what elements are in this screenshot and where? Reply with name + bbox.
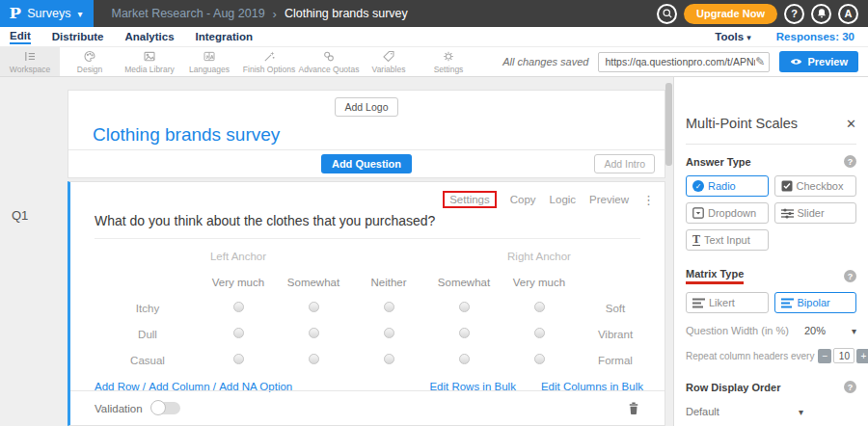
column-header[interactable]: Somewhat <box>438 277 490 288</box>
vertical-scrollbar[interactable] <box>665 83 672 166</box>
delete-question-trash-icon[interactable] <box>627 401 640 415</box>
matrix-type-options: Likert Bipolar <box>686 292 856 313</box>
advance-quotas-links-icon <box>321 49 337 64</box>
answer-type-text-input[interactable]: T Text Input <box>686 229 769 251</box>
toolbar-item-settings[interactable]: Settings <box>419 47 478 76</box>
answer-type-checkbox[interactable]: Checkbox <box>774 175 857 197</box>
answer-type-slider[interactable]: Slider <box>774 202 857 224</box>
toolbar-item-variables[interactable]: Variables <box>359 47 419 76</box>
column-header[interactable]: Very much <box>212 277 264 288</box>
repeat-headers-label: Repeat column headers every <box>686 351 814 361</box>
column-header[interactable]: Neither <box>370 277 406 288</box>
nav-right: Tools ▾ Responses: 30 <box>715 31 858 42</box>
responses-count[interactable]: Responses: 30 <box>776 31 854 42</box>
radio-option[interactable] <box>309 328 319 338</box>
matrix-grid: Left Anchor Right Anchor Very much Somew… <box>95 244 654 373</box>
divider <box>686 144 856 145</box>
share-url-field[interactable]: ✎ <box>598 52 770 72</box>
column-header[interactable]: Very much <box>513 277 565 288</box>
row-display-order-value: Default <box>686 406 719 417</box>
radio-option[interactable] <box>384 302 394 312</box>
radio-option[interactable] <box>309 302 319 312</box>
avatar[interactable]: A <box>838 4 858 24</box>
radio-option[interactable] <box>309 354 319 364</box>
matrix-type-bipolar[interactable]: Bipolar <box>774 292 857 313</box>
matrix-row: Casual Formal <box>95 347 654 373</box>
toolbar-item-workspace[interactable]: Workspace <box>0 47 60 76</box>
question-width-value[interactable]: 20% <box>804 325 826 336</box>
matrix-type-likert[interactable]: Likert <box>686 292 769 313</box>
close-icon[interactable]: ✕ <box>846 117 856 131</box>
toolbar-item-design[interactable]: Design <box>60 47 120 76</box>
toolbar-label: Languages <box>189 65 230 74</box>
decrement-button[interactable]: − <box>818 349 831 363</box>
save-status: All changes saved <box>502 56 588 67</box>
repeat-headers-value[interactable]: 10 <box>833 348 854 363</box>
question-settings-button[interactable]: Settings <box>443 191 497 208</box>
radio-option[interactable] <box>534 354 545 364</box>
preview-button-label: Preview <box>807 56 848 67</box>
radio-option[interactable] <box>459 328 470 338</box>
help-icon[interactable]: ? <box>844 155 856 168</box>
share-url-input[interactable] <box>605 56 755 67</box>
survey-title[interactable]: Clothing brands survey <box>93 124 665 146</box>
radio-option[interactable] <box>534 328 545 338</box>
question-preview-button[interactable]: Preview <box>589 194 629 205</box>
answer-type-radio[interactable]: ✓ Radio <box>686 175 769 197</box>
search-icon[interactable] <box>657 4 677 24</box>
chevron-down-icon[interactable]: ▾ <box>852 326 856 336</box>
radio-option[interactable] <box>459 354 470 364</box>
toolbar-item-finish-options[interactable]: Finish Options <box>239 47 299 76</box>
help-icon[interactable]: ? <box>784 4 804 24</box>
answer-type-option-label: Slider <box>798 207 825 219</box>
answer-type-dropdown[interactable]: Dropdown <box>686 202 769 224</box>
matrix-type-option-label: Bipolar <box>798 297 830 308</box>
toolbar-item-media-library[interactable]: Media Library <box>120 47 179 76</box>
radio-option[interactable] <box>233 354 244 364</box>
edit-url-pencil-icon[interactable]: ✎ <box>755 55 765 68</box>
toolbar-label: Variables <box>372 65 406 74</box>
matrix-type-option-label: Likert <box>709 297 735 308</box>
radio-option[interactable] <box>384 328 394 338</box>
radio-option[interactable] <box>233 328 244 338</box>
column-header[interactable]: Somewhat <box>287 277 339 288</box>
row-left-label[interactable]: Dull <box>95 321 201 347</box>
row-display-order-select[interactable]: Default ▾ <box>686 406 856 417</box>
notifications-bell-icon[interactable] <box>811 4 831 24</box>
validation-toggle[interactable] <box>151 402 180 414</box>
repeat-headers-row: Repeat column headers every − 10 + rows. <box>686 348 862 363</box>
preview-button[interactable]: Preview <box>779 51 858 72</box>
toolbar-item-advance-quotas[interactable]: Advance Quotas <box>299 47 359 76</box>
toolbar-item-languages[interactable]: Languages <box>179 47 239 76</box>
row-left-label[interactable]: Casual <box>95 347 201 373</box>
row-right-label[interactable]: Formal <box>577 347 654 373</box>
upgrade-now-button[interactable]: Upgrade Now <box>684 4 777 24</box>
radio-option[interactable] <box>384 354 394 364</box>
validation-row: Validation <box>70 390 665 425</box>
radio-option[interactable] <box>534 302 545 312</box>
question-logic-button[interactable]: Logic <box>550 194 577 205</box>
workspace-icon <box>22 49 38 64</box>
breadcrumb-folder[interactable]: Market Research - Aug 2019 <box>111 7 264 20</box>
question-copy-button[interactable]: Copy <box>510 194 536 205</box>
question-text[interactable]: What do you think about the clothes that… <box>95 213 435 228</box>
increment-button[interactable]: + <box>856 349 868 363</box>
add-question-button[interactable]: Add Question <box>321 154 412 173</box>
nav-tab-edit[interactable]: Edit <box>10 30 31 44</box>
row-right-label[interactable]: Vibrant <box>577 321 654 347</box>
nav-tab-distribute[interactable]: Distribute <box>52 31 104 43</box>
tools-menu[interactable]: Tools ▾ <box>715 31 751 42</box>
main-nav: Edit Distribute Analytics Integration To… <box>0 27 868 46</box>
surveys-menu[interactable]: P Surveys ▾ <box>0 0 94 27</box>
add-logo-button[interactable]: Add Logo <box>335 97 399 117</box>
add-intro-button[interactable]: Add Intro <box>594 154 655 173</box>
nav-tab-integration[interactable]: Integration <box>196 31 253 43</box>
radio-option[interactable] <box>233 302 244 312</box>
row-left-label[interactable]: Itchy <box>95 295 201 321</box>
radio-option[interactable] <box>459 302 470 312</box>
question-more-options-icon[interactable]: ⋮ <box>642 193 655 207</box>
nav-tab-analytics[interactable]: Analytics <box>124 31 174 43</box>
help-icon[interactable]: ? <box>844 270 856 282</box>
row-right-label[interactable]: Soft <box>577 295 654 321</box>
help-icon[interactable]: ? <box>844 381 856 393</box>
